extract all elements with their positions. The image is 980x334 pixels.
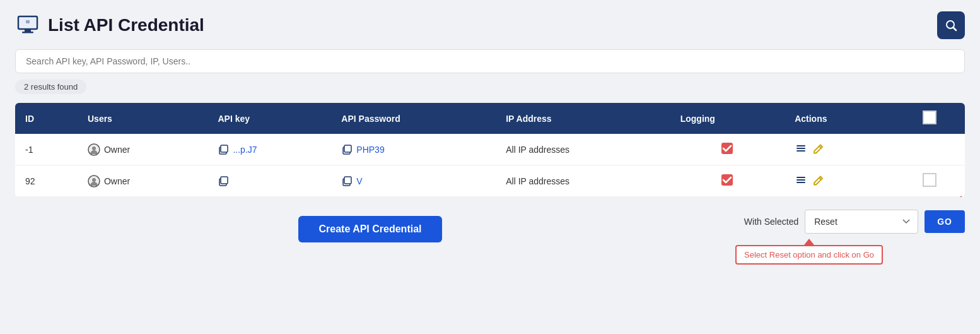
- cell-user: Owner: [78, 165, 207, 197]
- edit-action-icon[interactable]: [812, 142, 825, 157]
- copy-icon[interactable]: [218, 144, 229, 155]
- col-id: ID: [15, 103, 78, 134]
- reset-tooltip-wrap: Select Reset option and click on Go: [735, 239, 883, 265]
- cell-logging: [670, 134, 785, 165]
- table-header-row: ID Users API key API Password IP Address…: [15, 103, 965, 134]
- svg-rect-10: [221, 145, 228, 152]
- with-selected-label: With Selected: [744, 217, 798, 227]
- svg-rect-12: [344, 145, 351, 152]
- svg-point-8: [92, 146, 96, 150]
- list-action-icon[interactable]: [795, 142, 807, 157]
- search-button[interactable]: [937, 11, 965, 39]
- select-all-checkbox[interactable]: [923, 110, 936, 124]
- cell-checkbox-2[interactable]: Select API key: [894, 165, 965, 197]
- logging-check-icon-2: [720, 173, 734, 187]
- right-controls: With Selected Reset Delete Enable Disabl…: [725, 210, 965, 265]
- page-title: List API Credential: [48, 15, 204, 35]
- svg-rect-4: [26, 20, 30, 23]
- cell-ip: All IP addresses: [496, 134, 670, 165]
- edit-action-icon-2[interactable]: [812, 174, 825, 189]
- reset-go-tooltip: Select Reset option and click on Go: [735, 245, 883, 265]
- copy-icon-pass-2[interactable]: [341, 176, 353, 187]
- page-header: List API Credential: [15, 11, 965, 39]
- col-ip-address: IP Address: [496, 103, 670, 134]
- svg-point-18: [92, 178, 96, 182]
- col-users: Users: [78, 103, 207, 134]
- user-icon: [88, 143, 100, 156]
- title-group: List API Credential: [15, 13, 204, 38]
- copy-icon-pass[interactable]: [341, 144, 353, 155]
- col-actions: Actions: [785, 103, 894, 134]
- create-btn-wrap: Create API Credential: [15, 210, 725, 242]
- cell-actions: [785, 134, 894, 165]
- user-icon: [88, 175, 100, 188]
- search-input[interactable]: [15, 49, 965, 73]
- page-container: List API Credential 2 results found ID U…: [0, 0, 980, 276]
- table-row: 92 Owner: [15, 165, 965, 197]
- with-selected-row: With Selected Reset Delete Enable Disabl…: [744, 210, 965, 234]
- cell-ip-2: All IP addresses: [496, 165, 670, 197]
- col-checkbox-header[interactable]: [894, 103, 965, 134]
- monitor-icon: [15, 13, 40, 38]
- svg-line-6: [954, 28, 957, 31]
- cell-api-password-2: V: [331, 165, 496, 197]
- col-api-password: API Password: [331, 103, 496, 134]
- cell-id: -1: [15, 134, 78, 165]
- results-badge: 2 results found: [15, 80, 86, 94]
- cell-api-password: PHP39: [331, 134, 496, 165]
- footer-section: Create API Credential With Selected Rese…: [15, 210, 965, 265]
- table-row: -1 Owner: [15, 134, 965, 165]
- cell-id: 92: [15, 165, 78, 197]
- svg-rect-22: [344, 177, 351, 184]
- svg-rect-20: [221, 177, 228, 184]
- go-button[interactable]: GO: [925, 210, 965, 233]
- cell-logging-2: [670, 165, 785, 197]
- col-logging: Logging: [670, 103, 785, 134]
- cell-api-key: ...p.J7: [207, 134, 331, 165]
- svg-rect-2: [22, 32, 33, 33]
- copy-icon-2[interactable]: [218, 176, 229, 187]
- action-select[interactable]: Reset Delete Enable Disable: [805, 210, 918, 234]
- row-checkbox-2[interactable]: [923, 173, 936, 187]
- cell-api-key-2: [207, 165, 331, 197]
- cell-checkbox-1[interactable]: [894, 134, 965, 165]
- api-credentials-table: ID Users API key API Password IP Address…: [15, 103, 965, 197]
- col-api-key: API key: [207, 103, 331, 134]
- svg-rect-1: [25, 29, 31, 32]
- cell-user: Owner: [78, 134, 207, 165]
- logging-check-icon: [720, 141, 734, 155]
- cell-actions-2: [785, 165, 894, 197]
- list-action-icon-2[interactable]: [795, 174, 807, 189]
- create-api-credential-button[interactable]: Create API Credential: [298, 216, 441, 242]
